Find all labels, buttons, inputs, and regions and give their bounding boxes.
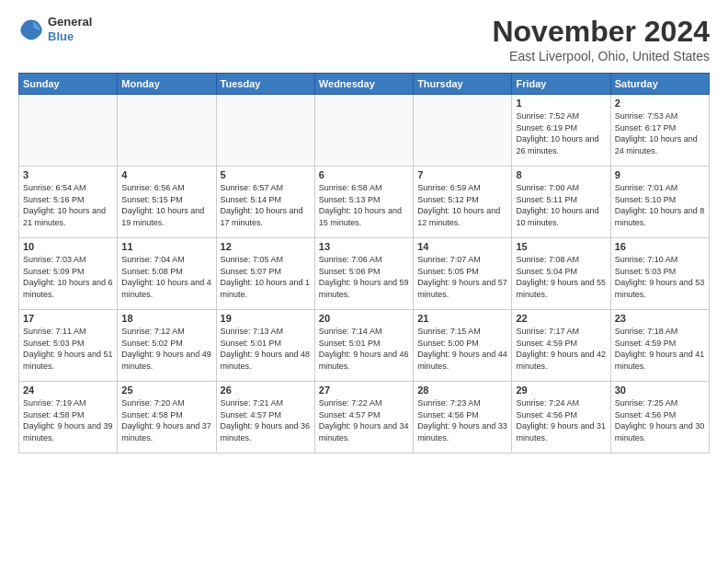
week-row-1: 1Sunrise: 7:52 AM Sunset: 6:19 PM Daylig… xyxy=(19,95,710,167)
day-number: 20 xyxy=(319,313,409,324)
day-number: 11 xyxy=(121,241,211,252)
day-header-monday: Monday xyxy=(118,74,216,95)
day-cell: 30Sunrise: 7:25 AM Sunset: 4:56 PM Dayli… xyxy=(610,382,709,454)
day-info: Sunrise: 7:21 AM Sunset: 4:57 PM Dayligh… xyxy=(221,397,311,443)
logo-text: General Blue xyxy=(48,15,92,43)
day-number: 24 xyxy=(23,385,113,396)
day-cell: 8Sunrise: 7:00 AM Sunset: 5:11 PM Daylig… xyxy=(512,167,610,238)
week-row-2: 3Sunrise: 6:54 AM Sunset: 5:16 PM Daylig… xyxy=(19,167,710,238)
day-cell: 1Sunrise: 7:52 AM Sunset: 6:19 PM Daylig… xyxy=(512,95,610,167)
day-info: Sunrise: 7:10 AM Sunset: 5:03 PM Dayligh… xyxy=(615,254,705,300)
day-info: Sunrise: 7:08 AM Sunset: 5:04 PM Dayligh… xyxy=(516,254,606,300)
day-cell: 18Sunrise: 7:12 AM Sunset: 5:02 PM Dayli… xyxy=(118,310,216,382)
day-info: Sunrise: 7:53 AM Sunset: 6:17 PM Dayligh… xyxy=(615,110,705,156)
day-info: Sunrise: 7:06 AM Sunset: 5:06 PM Dayligh… xyxy=(319,254,409,300)
day-info: Sunrise: 7:05 AM Sunset: 5:07 PM Dayligh… xyxy=(221,254,311,300)
day-cell: 9Sunrise: 7:01 AM Sunset: 5:10 PM Daylig… xyxy=(610,167,709,238)
day-cell: 23Sunrise: 7:18 AM Sunset: 4:59 PM Dayli… xyxy=(610,310,709,382)
day-info: Sunrise: 7:00 AM Sunset: 5:11 PM Dayligh… xyxy=(516,182,606,228)
day-number: 1 xyxy=(516,98,606,109)
day-number: 23 xyxy=(615,313,705,324)
day-info: Sunrise: 7:23 AM Sunset: 4:56 PM Dayligh… xyxy=(417,397,507,443)
day-info: Sunrise: 6:54 AM Sunset: 5:16 PM Dayligh… xyxy=(23,182,113,228)
day-info: Sunrise: 6:59 AM Sunset: 5:12 PM Dayligh… xyxy=(417,182,507,228)
day-info: Sunrise: 6:58 AM Sunset: 5:13 PM Dayligh… xyxy=(319,182,409,228)
week-row-3: 10Sunrise: 7:03 AM Sunset: 5:09 PM Dayli… xyxy=(19,238,710,310)
day-number: 19 xyxy=(221,313,311,324)
month-title: November 2024 xyxy=(492,15,710,49)
day-cell: 12Sunrise: 7:05 AM Sunset: 5:07 PM Dayli… xyxy=(216,238,314,310)
day-cell: 17Sunrise: 7:11 AM Sunset: 5:03 PM Dayli… xyxy=(19,310,118,382)
day-cell: 5Sunrise: 6:57 AM Sunset: 5:14 PM Daylig… xyxy=(216,167,314,238)
day-header-thursday: Thursday xyxy=(414,74,512,95)
day-header-wednesday: Wednesday xyxy=(314,74,413,95)
day-info: Sunrise: 7:18 AM Sunset: 4:59 PM Dayligh… xyxy=(615,326,705,372)
day-cell xyxy=(314,95,413,167)
day-number: 4 xyxy=(121,169,211,180)
day-info: Sunrise: 7:04 AM Sunset: 5:08 PM Dayligh… xyxy=(121,254,211,300)
day-info: Sunrise: 7:11 AM Sunset: 5:03 PM Dayligh… xyxy=(23,326,113,372)
day-number: 9 xyxy=(615,169,705,180)
week-row-4: 17Sunrise: 7:11 AM Sunset: 5:03 PM Dayli… xyxy=(19,310,710,382)
day-number: 15 xyxy=(516,241,606,252)
day-number: 16 xyxy=(615,241,705,252)
day-number: 18 xyxy=(121,313,211,324)
day-header-sunday: Sunday xyxy=(19,74,118,95)
day-number: 30 xyxy=(615,385,705,396)
day-cell: 22Sunrise: 7:17 AM Sunset: 4:59 PM Dayli… xyxy=(512,310,610,382)
day-cell xyxy=(414,95,512,167)
day-info: Sunrise: 7:25 AM Sunset: 4:56 PM Dayligh… xyxy=(615,397,705,443)
day-cell xyxy=(118,95,216,167)
day-cell: 29Sunrise: 7:24 AM Sunset: 4:56 PM Dayli… xyxy=(512,382,610,454)
day-info: Sunrise: 7:03 AM Sunset: 5:09 PM Dayligh… xyxy=(23,254,113,300)
day-cell: 10Sunrise: 7:03 AM Sunset: 5:09 PM Dayli… xyxy=(19,238,118,310)
header-row: SundayMondayTuesdayWednesdayThursdayFrid… xyxy=(19,74,710,95)
day-number: 7 xyxy=(417,169,507,180)
day-cell: 16Sunrise: 7:10 AM Sunset: 5:03 PM Dayli… xyxy=(610,238,709,310)
day-number: 27 xyxy=(319,385,409,396)
day-number: 26 xyxy=(221,385,311,396)
title-block: November 2024 East Liverpool, Ohio, Unit… xyxy=(492,15,710,63)
day-info: Sunrise: 7:52 AM Sunset: 6:19 PM Dayligh… xyxy=(516,110,606,156)
day-header-friday: Friday xyxy=(512,74,610,95)
day-info: Sunrise: 7:01 AM Sunset: 5:10 PM Dayligh… xyxy=(615,182,705,228)
day-cell: 13Sunrise: 7:06 AM Sunset: 5:06 PM Dayli… xyxy=(314,238,413,310)
day-number: 22 xyxy=(516,313,606,324)
day-cell xyxy=(216,95,314,167)
calendar-table: SundayMondayTuesdayWednesdayThursdayFrid… xyxy=(18,73,710,454)
day-cell xyxy=(19,95,118,167)
day-cell: 7Sunrise: 6:59 AM Sunset: 5:12 PM Daylig… xyxy=(414,167,512,238)
day-number: 17 xyxy=(23,313,113,324)
day-number: 28 xyxy=(417,385,507,396)
day-info: Sunrise: 7:14 AM Sunset: 5:01 PM Dayligh… xyxy=(319,326,409,372)
day-info: Sunrise: 7:22 AM Sunset: 4:57 PM Dayligh… xyxy=(319,397,409,443)
logo-blue-text: Blue xyxy=(48,29,92,44)
day-cell: 6Sunrise: 6:58 AM Sunset: 5:13 PM Daylig… xyxy=(314,167,413,238)
day-cell: 19Sunrise: 7:13 AM Sunset: 5:01 PM Dayli… xyxy=(216,310,314,382)
day-info: Sunrise: 6:56 AM Sunset: 5:15 PM Dayligh… xyxy=(121,182,211,228)
location: East Liverpool, Ohio, United States xyxy=(492,49,710,63)
day-info: Sunrise: 7:15 AM Sunset: 5:00 PM Dayligh… xyxy=(417,326,507,372)
day-cell: 14Sunrise: 7:07 AM Sunset: 5:05 PM Dayli… xyxy=(414,238,512,310)
day-cell: 20Sunrise: 7:14 AM Sunset: 5:01 PM Dayli… xyxy=(314,310,413,382)
day-number: 21 xyxy=(417,313,507,324)
day-info: Sunrise: 7:17 AM Sunset: 4:59 PM Dayligh… xyxy=(516,326,606,372)
day-number: 3 xyxy=(23,169,113,180)
day-info: Sunrise: 7:24 AM Sunset: 4:56 PM Dayligh… xyxy=(516,397,606,443)
day-cell: 3Sunrise: 6:54 AM Sunset: 5:16 PM Daylig… xyxy=(19,167,118,238)
day-number: 6 xyxy=(319,169,409,180)
day-number: 13 xyxy=(319,241,409,252)
day-cell: 2Sunrise: 7:53 AM Sunset: 6:17 PM Daylig… xyxy=(610,95,709,167)
day-cell: 11Sunrise: 7:04 AM Sunset: 5:08 PM Dayli… xyxy=(118,238,216,310)
day-cell: 27Sunrise: 7:22 AM Sunset: 4:57 PM Dayli… xyxy=(314,382,413,454)
day-cell: 24Sunrise: 7:19 AM Sunset: 4:58 PM Dayli… xyxy=(19,382,118,454)
day-cell: 26Sunrise: 7:21 AM Sunset: 4:57 PM Dayli… xyxy=(216,382,314,454)
day-cell: 15Sunrise: 7:08 AM Sunset: 5:04 PM Dayli… xyxy=(512,238,610,310)
day-cell: 28Sunrise: 7:23 AM Sunset: 4:56 PM Dayli… xyxy=(414,382,512,454)
day-info: Sunrise: 6:57 AM Sunset: 5:14 PM Dayligh… xyxy=(221,182,311,228)
day-number: 14 xyxy=(417,241,507,252)
day-header-saturday: Saturday xyxy=(610,74,709,95)
day-number: 8 xyxy=(516,169,606,180)
day-number: 10 xyxy=(23,241,113,252)
day-cell: 21Sunrise: 7:15 AM Sunset: 5:00 PM Dayli… xyxy=(414,310,512,382)
